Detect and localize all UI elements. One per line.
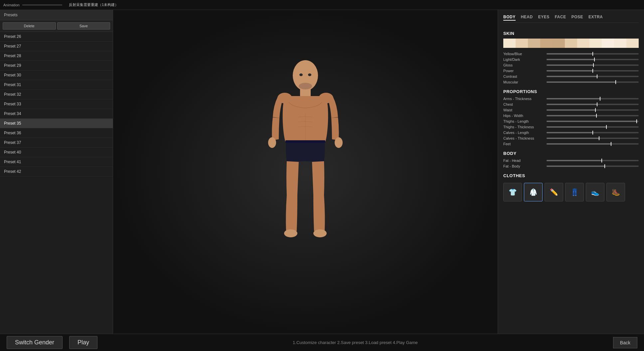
- character-viewport: [113, 10, 498, 334]
- skin-swatch-8[interactable]: [602, 39, 614, 48]
- skin-swatch-10[interactable]: [626, 39, 639, 48]
- bottom-bar: Switch Gender Play 1.Customize character…: [0, 334, 644, 351]
- slider-fill-gloss: [547, 64, 593, 66]
- tab-face[interactable]: FACE: [555, 14, 566, 21]
- slider-track-fat_body[interactable]: [547, 166, 639, 167]
- slider-thumb-thighs_thickness[interactable]: [606, 125, 607, 129]
- skin-section-title: SKIN: [503, 31, 639, 36]
- preset-item-preset28[interactable]: Preset 28: [0, 51, 113, 61]
- proportions-sliders-container: Arms - ThicknessChestWaistHips - WidthTh…: [503, 97, 639, 148]
- slider-fill-fat_body: [547, 166, 605, 167]
- skin-swatch-4[interactable]: [553, 39, 565, 48]
- slider-track-gloss[interactable]: [547, 64, 639, 66]
- preset-item-preset35[interactable]: Preset 35: [0, 119, 113, 128]
- clothes-item-jacket[interactable]: 🥼: [524, 183, 543, 201]
- slider-thumb-chest[interactable]: [597, 102, 597, 106]
- back-button[interactable]: Back: [613, 337, 637, 348]
- slider-track-arms_thickness[interactable]: [547, 98, 639, 99]
- delete-button[interactable]: Delete: [3, 22, 56, 30]
- slider-track-contrast[interactable]: [547, 76, 639, 77]
- preset-item-preset29[interactable]: Preset 29: [0, 61, 113, 70]
- slider-thumb-calves_length[interactable]: [592, 131, 593, 135]
- tab-pose[interactable]: POSE: [571, 14, 583, 21]
- slider-track-calves_thickness[interactable]: [547, 138, 639, 139]
- skin-swatch-6[interactable]: [577, 39, 589, 48]
- slider-track-muscular[interactable]: [547, 81, 639, 83]
- slider-fill-muscular: [547, 81, 616, 83]
- slider-label-fat_head: Fat - Head: [503, 159, 547, 163]
- skin-swatch-7[interactable]: [589, 39, 602, 48]
- slider-thumb-arms_thickness[interactable]: [600, 97, 600, 101]
- slider-thumb-muscular[interactable]: [615, 80, 616, 84]
- slider-label-feet: Feet: [503, 142, 547, 146]
- preset-item-preset27[interactable]: Preset 27: [0, 42, 113, 51]
- save-button[interactable]: Save: [57, 22, 110, 30]
- preset-item-preset34[interactable]: Preset 34: [0, 109, 113, 119]
- preset-item-preset30[interactable]: Preset 30: [0, 70, 113, 80]
- svg-point-7: [313, 229, 327, 237]
- slider-track-light_dark[interactable]: [547, 59, 639, 60]
- slider-label-hips_width: Hips - Width: [503, 114, 547, 118]
- slider-track-power[interactable]: [547, 70, 639, 71]
- preset-item-preset26[interactable]: Preset 26: [0, 32, 113, 42]
- skin-swatch-2[interactable]: [528, 39, 540, 48]
- preset-item-preset32[interactable]: Preset 32: [0, 90, 113, 99]
- slider-track-chest[interactable]: [547, 104, 639, 105]
- tab-head[interactable]: HEAD: [521, 14, 533, 21]
- skin-swatch-5[interactable]: [565, 39, 577, 48]
- preset-item-preset31[interactable]: Preset 31: [0, 80, 113, 90]
- slider-track-fat_head[interactable]: [547, 160, 639, 161]
- clothes-item-shoes[interactable]: 👟: [586, 183, 604, 201]
- slider-thumb-fat_head[interactable]: [601, 159, 602, 163]
- svg-point-9: [299, 73, 303, 76]
- slider-track-thighs_length[interactable]: [547, 121, 639, 122]
- slider-thumb-contrast[interactable]: [597, 74, 597, 78]
- skin-swatch-0[interactable]: [503, 39, 516, 48]
- slider-thumb-thighs_length[interactable]: [636, 119, 637, 123]
- slider-label-gloss: Gloss: [503, 63, 547, 67]
- clothes-item-pencil[interactable]: ✏️: [545, 183, 563, 201]
- skin-sliders-container: Yellow/BlueLight/DarkGlossPowerContrastM…: [503, 52, 639, 86]
- clothes-row: 👕🥼✏️👖👟🥾: [503, 183, 639, 201]
- slider-thumb-power[interactable]: [592, 69, 593, 73]
- preset-item-preset37[interactable]: Preset 37: [0, 138, 113, 148]
- slider-fill-chest: [547, 104, 597, 105]
- preset-item-preset41[interactable]: Preset 41: [0, 157, 113, 167]
- slider-row-calves_thickness: Calves - Thickness: [503, 136, 639, 140]
- clothes-item-boots[interactable]: 🥾: [606, 183, 625, 201]
- preset-item-preset36[interactable]: Preset 36: [0, 128, 113, 138]
- slider-track-waist[interactable]: [547, 109, 639, 111]
- slider-thumb-fat_body[interactable]: [604, 164, 605, 168]
- tab-eyes[interactable]: EYES: [538, 14, 550, 21]
- slider-row-fat_head: Fat - Head: [503, 159, 639, 163]
- slider-thumb-gloss[interactable]: [593, 63, 594, 67]
- slider-thumb-light_dark[interactable]: [594, 58, 595, 61]
- slider-track-yellow_blue[interactable]: [547, 53, 639, 55]
- clothes-item-tshirt[interactable]: 👕: [503, 183, 522, 201]
- tab-body[interactable]: BODY: [503, 14, 516, 21]
- preset-item-preset33[interactable]: Preset 33: [0, 99, 113, 109]
- animation-label: Animation: [3, 3, 20, 7]
- play-button[interactable]: Play: [69, 336, 97, 349]
- preset-item-preset42[interactable]: Preset 42: [0, 167, 113, 176]
- slider-track-calves_length[interactable]: [547, 132, 639, 133]
- slider-thumb-feet[interactable]: [611, 142, 611, 146]
- tab-extra[interactable]: EXTRA: [588, 14, 603, 21]
- clothes-item-pants[interactable]: 👖: [565, 183, 584, 201]
- svg-point-5: [335, 137, 343, 148]
- preset-item-preset40[interactable]: Preset 40: [0, 148, 113, 157]
- slider-thumb-hips_width[interactable]: [596, 114, 597, 118]
- skin-swatch-9[interactable]: [614, 39, 626, 48]
- slider-row-thighs_thickness: Thighs - Thickness: [503, 125, 639, 129]
- switch-gender-button[interactable]: Switch Gender: [7, 336, 63, 349]
- skin-swatch-3[interactable]: [540, 39, 553, 48]
- slider-track-thighs_thickness[interactable]: [547, 126, 639, 128]
- slider-track-feet[interactable]: [547, 143, 639, 145]
- slider-row-power: Power: [503, 69, 639, 73]
- slider-thumb-calves_thickness[interactable]: [599, 136, 599, 140]
- slider-thumb-waist[interactable]: [595, 108, 596, 112]
- slider-row-thighs_length: Thighs - Length: [503, 119, 639, 123]
- slider-thumb-yellow_blue[interactable]: [592, 52, 593, 56]
- slider-track-hips_width[interactable]: [547, 115, 639, 116]
- skin-swatch-1[interactable]: [516, 39, 528, 48]
